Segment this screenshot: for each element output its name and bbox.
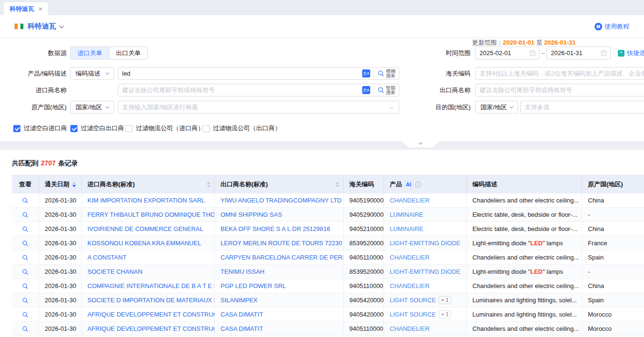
magnifier-icon[interactable]: [22, 197, 29, 204]
exporter-cell: OMNI SHIPPING SAS: [215, 208, 344, 221]
exporter-link[interactable]: OMNI SHIPPING SAS: [221, 211, 282, 218]
fuzzy-search-button[interactable]: 模糊搜索: [377, 69, 399, 78]
product-link[interactable]: CHANDELIER: [390, 254, 430, 261]
exporter-link[interactable]: BEKA OFF SHORE S A L DR 25129816: [221, 225, 330, 232]
country-title[interactable]: 科特迪瓦: [28, 22, 56, 31]
origin-country-input[interactable]: [118, 101, 390, 113]
hs-code-input[interactable]: [476, 67, 644, 79]
exporter-link[interactable]: PGP LED POWER SRL: [221, 282, 286, 289]
sort-icon[interactable]: [336, 182, 339, 187]
product-type-select[interactable]: 编码描述: [70, 67, 114, 80]
end-date-input[interactable]: [547, 47, 611, 59]
importer-input[interactable]: [118, 84, 362, 96]
tab-cote-divoire[interactable]: 科特迪瓦 ×: [4, 2, 48, 15]
product-link[interactable]: CHANDELIER: [390, 325, 430, 332]
view-row-button[interactable]: [12, 222, 39, 236]
product-link[interactable]: CHANDELIER: [390, 282, 430, 289]
origin-country: China: [582, 279, 644, 293]
importer-link[interactable]: A CONSTANT: [87, 254, 126, 261]
destination-type-select-value: 国家/地区: [481, 103, 507, 112]
importer-link[interactable]: SOCIETE D IMPORTATION DE MATERIAUX E...: [87, 297, 215, 304]
destination-country-input[interactable]: [521, 101, 644, 113]
product-link[interactable]: LUMINAIRE: [390, 211, 423, 218]
importer-link[interactable]: IVOIRIENNE DE COMMERCE GENERAL: [87, 225, 203, 232]
checkbox-filter-blank-importer[interactable]: 过滤空白进口商: [13, 124, 67, 133]
view-row-button[interactable]: [12, 279, 39, 293]
magnifier-icon[interactable]: [22, 297, 29, 304]
start-date-input[interactable]: [475, 47, 539, 59]
view-row-button[interactable]: [12, 265, 39, 279]
product-link[interactable]: LIGHT SOURCE: [390, 297, 436, 304]
checkbox-icon: [70, 125, 77, 132]
exporter-link[interactable]: CASA DIMATIT: [221, 311, 263, 318]
magnifier-icon[interactable]: [22, 283, 29, 289]
sort-icon[interactable]: [207, 182, 211, 187]
exporter-input[interactable]: [476, 84, 644, 96]
importer-link[interactable]: SOCIETE CHANAN: [87, 268, 143, 275]
column-header-date[interactable]: 通关日期: [39, 175, 82, 193]
end-date-value[interactable]: [547, 47, 601, 59]
info-icon[interactable]: i: [415, 182, 421, 188]
product-search-input[interactable]: [118, 67, 362, 79]
product-link[interactable]: LIGHT SOURCE: [390, 311, 436, 318]
destination-type-select[interactable]: 国家/地区: [475, 101, 518, 114]
exporter-link[interactable]: LEROY MERLIN ROUTE DE TOURS 72230 M: [221, 240, 344, 247]
magnifier-icon[interactable]: [22, 226, 29, 232]
smart-search-button[interactable]: 智能搜索: [377, 86, 399, 95]
plus-badge[interactable]: + 1: [439, 296, 451, 304]
table-row: 2026-01-30IVOIRIENNE DE COMMERCE GENERAL…: [12, 222, 644, 236]
checkbox-filter-logistics-exporter[interactable]: 过滤物流公司（出口商）: [202, 124, 281, 133]
view-row-button[interactable]: [12, 308, 39, 321]
result-count: 共匹配到2707条记录: [12, 159, 644, 168]
product-link[interactable]: LIGHT-EMITTING DIODE: [390, 268, 461, 275]
importer-link[interactable]: KOSSONOU KOBENA KRA EMMANUEL: [87, 240, 201, 247]
close-icon[interactable]: ×: [38, 6, 42, 12]
column-header-exporter[interactable]: 出口商名称(标准): [215, 175, 344, 193]
magnifier-icon[interactable]: [22, 212, 29, 218]
product-cell: CHANDELIER: [384, 279, 467, 293]
magnifier-icon[interactable]: [22, 254, 29, 261]
exporter-link[interactable]: SILANIMPEX: [221, 297, 258, 304]
product-link[interactable]: LIGHT-EMITTING DIODE: [390, 240, 461, 247]
origin-type-select[interactable]: 国家/地区: [70, 101, 114, 114]
exporter-link[interactable]: YIWU ANGELO TRADINGCOMPAGNY LTD: [221, 197, 342, 204]
product-link[interactable]: LUMINAIRE: [390, 225, 423, 232]
view-row-button[interactable]: [12, 250, 39, 264]
view-row-button[interactable]: [12, 193, 39, 207]
quick-select-button[interactable]: * 快捷选: [618, 47, 644, 59]
sort-icon[interactable]: [72, 182, 76, 187]
chevron-down-icon[interactable]: [59, 24, 64, 29]
importer-link[interactable]: KIM IMPORTATION EXPORTATION SARL: [87, 197, 205, 204]
checkbox-filter-logistics-importer[interactable]: 过滤物流公司（进口商）: [125, 124, 204, 133]
exporter-link[interactable]: TENIMU ISSAH: [221, 268, 264, 275]
importer-link[interactable]: AFRIQUE DEVELOPPEMENT ET CONSTRUCT...: [87, 311, 215, 318]
exporter-link[interactable]: CASA DIMATIT: [221, 325, 263, 332]
importer-link[interactable]: FERRY THIBAULT BRUNO DOMINIQUE THO...: [87, 211, 215, 218]
column-header-importer[interactable]: 进口商名称(标准): [82, 175, 215, 193]
tab-import-declarations[interactable]: 进口关单: [71, 47, 109, 59]
code-description: Chandeliers and other electric ceiling..…: [467, 193, 582, 207]
importer-link[interactable]: AFRIQUE DEVELOPPEMENT ET CONSTRUCT...: [87, 325, 215, 332]
tab-export-declarations[interactable]: 出口关单: [109, 47, 147, 59]
magnifier-icon[interactable]: [22, 240, 29, 247]
destination-country-label: 目的国(地区): [428, 101, 471, 114]
tutorial-button[interactable]: 使用教程: [595, 22, 629, 31]
importer-link[interactable]: COMPAGNIE INTERNATIONALE DE B A T E R: [87, 282, 215, 289]
collapse-filters-button[interactable]: [402, 141, 440, 147]
translate-icon[interactable]: 文A: [362, 69, 370, 77]
magnifier-icon[interactable]: [22, 269, 29, 275]
product-link[interactable]: CHANDELIER: [390, 197, 430, 204]
magnifier-icon[interactable]: [22, 311, 29, 318]
view-row-button[interactable]: [12, 322, 39, 336]
checkbox-filter-blank-exporter[interactable]: 过滤空白出口商: [70, 124, 124, 133]
exporter-cell: CARPYEN BARCELONA CARRER DE PERE IV: [215, 250, 344, 264]
exporter-link[interactable]: CARPYEN BARCELONA CARRER DE PERE IV: [221, 254, 344, 261]
view-row-button[interactable]: [12, 293, 39, 307]
view-row-button[interactable]: [12, 236, 39, 250]
view-row-button[interactable]: [12, 208, 39, 221]
translate-icon[interactable]: 文A: [362, 86, 370, 94]
plus-badge[interactable]: + 1: [439, 310, 451, 318]
magnifier-icon[interactable]: [22, 326, 29, 332]
start-date-value[interactable]: [476, 47, 529, 59]
hs-code-box: [475, 67, 644, 80]
